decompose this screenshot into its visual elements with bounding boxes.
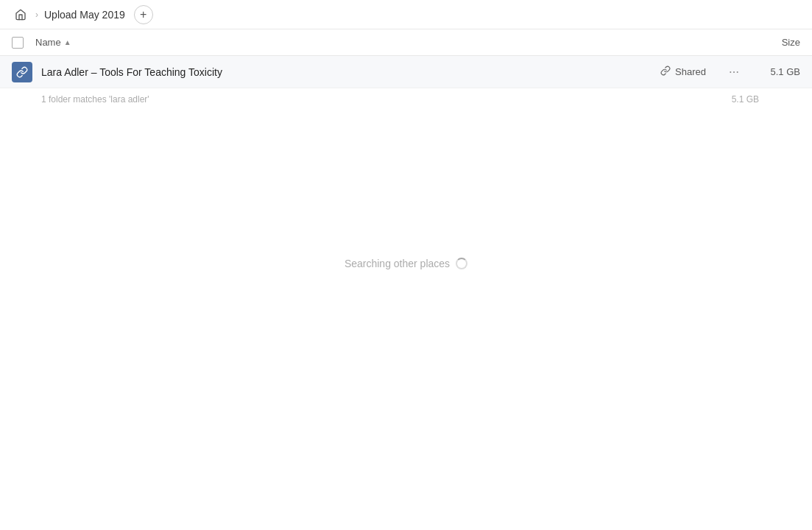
breadcrumb-separator: › [35,10,38,20]
searching-text: Searching other places [345,258,450,269]
file-type-icon [12,62,32,82]
name-column-header[interactable]: Name ▲ [35,37,741,48]
searching-area: Searching other places [0,258,812,269]
shared-area: Shared [660,66,706,78]
sort-arrow-icon: ▲ [64,38,71,46]
match-note-size: 5.1 GB [732,94,771,105]
loading-spinner [456,258,467,269]
add-button[interactable]: + [134,5,153,24]
match-note-row: 1 folder matches 'lara adler' 5.1 GB [0,88,812,110]
select-all-checkbox[interactable] [12,37,35,49]
breadcrumb-label: Upload May 2019 [44,9,125,21]
file-name: Lara Adler – Tools For Teaching Toxicity [35,66,660,78]
size-column-header[interactable]: Size [741,37,800,48]
shared-label: Shared [675,66,706,77]
svg-point-2 [737,71,738,73]
file-size: 5.1 GB [756,66,800,77]
file-icon-wrap [12,62,35,82]
more-options-button[interactable] [724,62,744,82]
checkbox[interactable] [12,37,24,49]
link-icon [660,66,671,78]
svg-point-1 [733,71,735,73]
home-button[interactable] [12,6,29,24]
svg-point-0 [730,71,731,73]
file-row[interactable]: Lara Adler – Tools For Teaching Toxicity… [0,56,812,88]
match-note-text: 1 folder matches 'lara adler' [41,94,149,105]
column-headers: Name ▲ Size [0,29,812,56]
header-breadcrumb: › Upload May 2019 + [0,0,812,29]
